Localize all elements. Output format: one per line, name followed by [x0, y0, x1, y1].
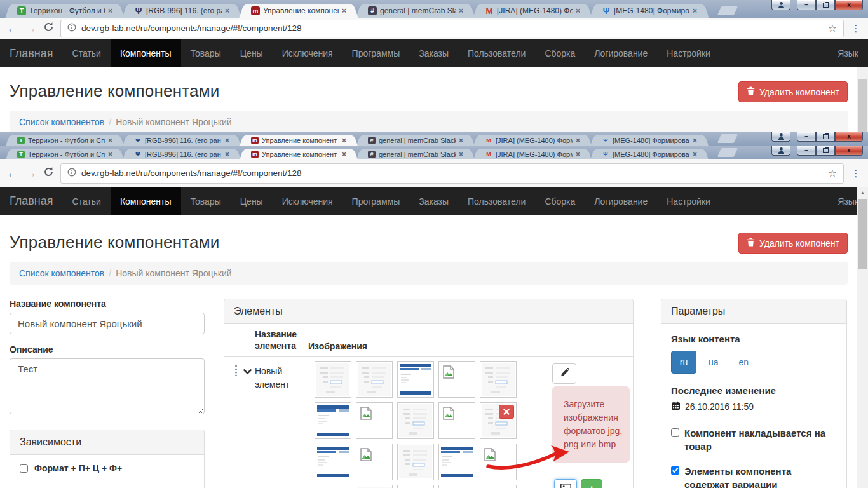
tab-close-icon[interactable]: × [342, 7, 346, 15]
breadcrumb-link[interactable]: Список компонентов [19, 268, 104, 278]
new-tab-button[interactable] [717, 148, 738, 157]
browser-tab[interactable]: M[JIRA] (MEG-1480) Форм× [479, 135, 586, 146]
tab-close-icon[interactable]: × [225, 137, 229, 144]
parameter-checkbox[interactable] [671, 466, 679, 475]
image-thumbnail-blueshot[interactable] [397, 361, 434, 398]
image-thumbnail-form[interactable] [356, 485, 393, 488]
nav-item-программы[interactable]: Программы [342, 187, 410, 215]
language-button-ua[interactable]: ua [700, 351, 727, 374]
browser-tab[interactable]: TТеррикон - Футбол и Сп× [11, 149, 118, 159]
nav-item-исключения[interactable]: Исключения [273, 39, 342, 67]
nav-item-логирование[interactable]: Логирование [585, 187, 657, 215]
image-thumbnail-placeholder[interactable] [315, 485, 351, 488]
image-thumbnail-blueshot[interactable] [397, 485, 434, 488]
dependency-item[interactable]: Формат + П+ Ц + Ф+ [10, 455, 204, 482]
new-tab-button[interactable] [717, 6, 738, 15]
browser-tab[interactable]: Ψ[RGB-996] 116. (его ран× [128, 4, 235, 18]
restore-button-icon[interactable] [816, 146, 835, 156]
nav-item-цены[interactable]: Цены [231, 187, 273, 215]
scrollbar-thumb[interactable] [858, 79, 867, 132]
component-name-input[interactable] [10, 313, 205, 334]
nav-item-заказы[interactable]: Заказы [409, 187, 458, 215]
breadcrumb-link[interactable]: Список компонентов [19, 117, 104, 127]
image-thumbnail-form[interactable] [397, 402, 434, 439]
browser-tab[interactable]: Ψ[MEG-1480] Формирова× [596, 4, 703, 18]
nav-item-статьи[interactable]: Статьи [63, 39, 111, 67]
nav-item-пользователи[interactable]: Пользователи [458, 39, 535, 67]
nav-item-программы[interactable]: Программы [342, 39, 410, 67]
url-omnibox[interactable]: dev.rgb-lab.net/ru/components/manage/#!/… [60, 163, 844, 184]
minimize-button-icon[interactable]: – [797, 132, 816, 142]
delete-component-button[interactable]: Удалить компонент [738, 233, 848, 254]
new-tab-button[interactable] [717, 134, 738, 143]
browser-tab[interactable]: Ψ[MEG-1480] Формирова× [596, 135, 703, 146]
image-thumbnail-placeholder[interactable] [356, 402, 393, 439]
upload-image-button[interactable] [554, 479, 577, 488]
image-thumbnail-toolbarshot[interactable] [480, 485, 517, 488]
url-omnibox[interactable]: dev.rgb-lab.net/ru/components/manage/#!/… [60, 20, 844, 37]
edit-element-button[interactable] [552, 363, 576, 384]
nav-item-исключения[interactable]: Исключения [273, 187, 342, 215]
tab-close-icon[interactable]: × [693, 7, 697, 15]
tab-close-icon[interactable]: × [459, 151, 463, 158]
nav-item-language[interactable]: Язык [828, 39, 868, 67]
nav-brand[interactable]: Главная [0, 187, 63, 215]
tab-close-icon[interactable]: × [225, 151, 229, 158]
browser-tab[interactable]: TТеррикон - Футбол и Сп× [11, 135, 118, 146]
minimize-button-icon[interactable]: – [797, 146, 816, 156]
add-element-button[interactable]: + [581, 479, 602, 488]
image-thumbnail-blueshot[interactable] [315, 444, 351, 480]
browser-tab[interactable]: M[JIRA] (MEG-1480) Форм× [479, 4, 586, 18]
scrollbar-top-segment[interactable] [857, 67, 868, 132]
close-button-icon[interactable]: x [835, 0, 863, 10]
nav-item-пользователи[interactable]: Пользователи [458, 187, 535, 215]
tab-close-icon[interactable]: × [225, 7, 229, 15]
nav-item-заказы[interactable]: Заказы [409, 39, 458, 67]
nav-item-цены[interactable]: Цены [231, 39, 273, 67]
image-thumbnail-form[interactable] [480, 361, 517, 398]
image-thumbnail-placeholder[interactable] [438, 402, 475, 439]
browser-tab[interactable]: mУправление компонент× [245, 149, 352, 159]
close-button-icon[interactable]: x [835, 146, 863, 156]
description-textarea[interactable]: Тест [10, 358, 205, 414]
browser-tab[interactable]: #general | memCrab Slack× [362, 149, 469, 159]
parameter-checkbox-item[interactable]: Компонент накладывается на товар [671, 426, 837, 453]
reload-icon[interactable] [43, 166, 54, 180]
delete-image-button[interactable] [499, 405, 514, 419]
browser-tab[interactable]: Ψ[MEG-1480] Формирова× [596, 149, 703, 159]
image-thumbnail-form[interactable] [315, 361, 351, 398]
profile-button[interactable] [771, 0, 790, 10]
parameter-checkbox[interactable] [671, 428, 679, 437]
nav-item-товары[interactable]: Товары [181, 39, 231, 67]
nav-brand[interactable]: Главная [0, 39, 63, 67]
restore-button-icon[interactable] [816, 132, 835, 142]
browser-menu-icon[interactable]: ⋮ [850, 168, 862, 179]
image-thumbnail-form[interactable] [397, 444, 434, 480]
browser-tab[interactable]: TТеррикон - Футбол и Сп× [11, 4, 118, 18]
parameter-checkbox-item[interactable]: Элементы компонента содержат вариации [671, 464, 837, 488]
nav-item-товары[interactable]: Товары [181, 187, 231, 215]
reload-icon[interactable] [43, 22, 54, 35]
image-thumbnail-placeholder[interactable] [438, 485, 475, 488]
nav-item-сборка[interactable]: Сборка [535, 39, 585, 67]
scrollbar-thumb[interactable] [858, 199, 867, 269]
tab-close-icon[interactable]: × [342, 137, 346, 144]
browser-tab[interactable]: #general | memCrab Slack× [362, 4, 469, 18]
dependency-checkbox[interactable] [20, 464, 28, 473]
drag-handle-icon[interactable] [234, 365, 238, 379]
tab-close-icon[interactable]: × [342, 151, 346, 158]
nav-item-сборка[interactable]: Сборка [535, 187, 585, 215]
dependency-item[interactable]: Форзац (дизайнерский картон) + П+ [10, 482, 204, 488]
forward-icon[interactable]: → [25, 22, 37, 34]
tab-close-icon[interactable]: × [459, 137, 463, 144]
close-button-icon[interactable]: x [835, 132, 863, 142]
image-thumbnail-placeholder[interactable] [356, 444, 393, 480]
tab-close-icon[interactable]: × [693, 137, 697, 144]
restore-button-icon[interactable] [816, 0, 835, 10]
chevron-down-icon[interactable] [243, 366, 252, 377]
nav-item-настройки[interactable]: Настройки [657, 39, 720, 67]
delete-component-button[interactable]: Удалить компонент [738, 81, 848, 102]
image-thumbnail-placeholder[interactable] [438, 361, 475, 398]
image-thumbnail-placeholder[interactable] [480, 444, 517, 480]
nav-item-компоненты[interactable]: Компоненты [111, 187, 181, 215]
